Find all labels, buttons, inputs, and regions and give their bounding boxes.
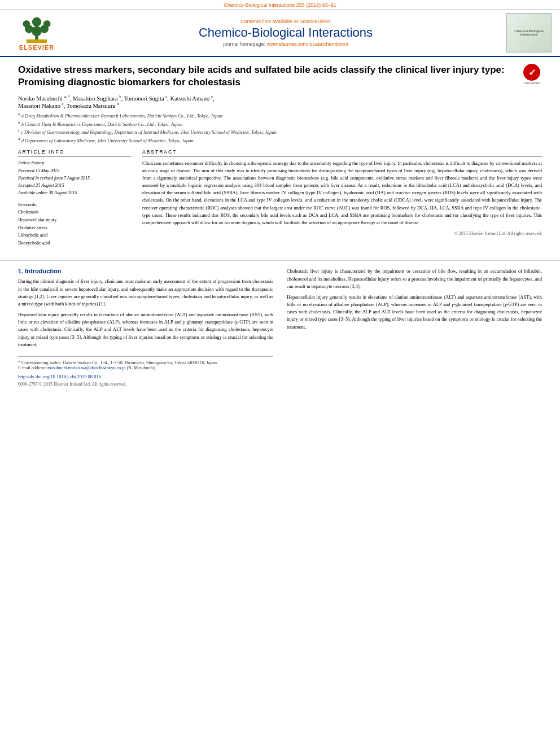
affiliation-d: d d Department of Laboratory Medicine, J… (18, 136, 542, 145)
sciencedirect-link[interactable]: ScienceDirect (300, 19, 331, 24)
crossmark-badge[interactable]: ✓ CrossMark (522, 64, 542, 85)
elsevier-brand-text: ELSEVIER (19, 44, 54, 51)
copyright-text: © 2015 Elsevier Ireland Ltd. All rights … (142, 231, 542, 236)
sciencedirect-label: Contents lists available at ScienceDirec… (68, 19, 504, 24)
journal-top-bar: Chemico-Biological Interactions 255 (201… (0, 0, 560, 10)
body-right-column: Cholestatic liver injury is characterize… (287, 268, 542, 370)
doi-link[interactable]: http://dx.doi.org/10.1016/j.cbi.2015.08.… (18, 374, 101, 379)
intro-para-1: During the clinical diagnosis of liver i… (18, 278, 273, 308)
homepage-link[interactable]: www.elsevier.com/locate/chembioint (267, 41, 348, 47)
svg-point-1 (32, 26, 42, 36)
right-para-1: Cholestatic liver injury is characterize… (287, 268, 542, 290)
authors-line: Noriko Masubuchi a, *, Masahiro Sugihara… (18, 94, 542, 108)
journal-thumbnail: Chemico-BiologicalInteractions (506, 13, 552, 53)
elsevier-tree-icon (20, 15, 54, 43)
keywords-label: Keywords: (18, 202, 131, 207)
abstract-column: ABSTRACT Clinicians sometimes encounter … (142, 149, 542, 247)
intro-para-2: Hepatocellular injury generally results … (18, 311, 273, 348)
elsevier-logo-area: ELSEVIER (6, 15, 68, 51)
body-left-column: 1. Introduction During the clinical diag… (18, 268, 273, 370)
corresponding-author-note: * Corresponding author. Daiichi Sankyo C… (18, 360, 273, 365)
introduction-body: During the clinical diagnosis of liver i… (18, 278, 273, 348)
svg-rect-7 (27, 40, 47, 43)
keyword-1: Cholestasis (18, 208, 131, 216)
article-info-abstract-section: ARTICLE INFO Article history: Received 1… (18, 149, 542, 247)
svg-point-4 (23, 20, 30, 28)
journal-header: ELSEVIER Contents lists available at Sci… (0, 10, 560, 57)
abstract-text: Clinicians sometimes encounter difficult… (142, 160, 542, 227)
keywords-section: Keywords: Cholestasis Hepatocellular inj… (18, 202, 131, 247)
keyword-3: Oxidative stress (18, 224, 131, 232)
issn-area: 0009-2797/© 2015 Elsevier Ireland Ltd. A… (0, 381, 560, 390)
accepted-date: Accepted 25 August 2015 (18, 182, 131, 190)
svg-point-5 (43, 20, 51, 28)
footnote-area: * Corresponding author. Daiichi Sankyo C… (18, 356, 273, 370)
affiliation-b: b b Clinical Data & Biostatistics Depart… (18, 120, 542, 128)
abstract-header: ABSTRACT (142, 149, 542, 156)
keyword-4: Lithocholic acid (18, 231, 131, 239)
crossmark-label: CrossMark (523, 81, 540, 85)
journal-thumbnail-area: Chemico-BiologicalInteractions (504, 13, 554, 53)
keyword-5: Deoxycholic acid (18, 239, 131, 247)
article-title: Oxidative stress markers, secondary bile… (18, 64, 516, 89)
affiliations: a a Drug Metabolism & Pharmacokinetics R… (18, 111, 542, 144)
affiliation-c: c c Division of Gastroenterology and Hep… (18, 128, 542, 136)
article-main: Oxidative stress markers, secondary bile… (0, 57, 560, 254)
history-label: Article history: (18, 160, 131, 167)
crossmark-icon: ✓ (523, 64, 540, 81)
keywords-list: Cholestasis Hepatocellular injury Oxidat… (18, 208, 131, 247)
journal-header-center: Contents lists available at ScienceDirec… (68, 19, 504, 47)
article-info-header: ARTICLE INFO (18, 149, 131, 156)
journal-title: Chemico-Biological Interactions (68, 25, 504, 40)
doi-area: http://dx.doi.org/10.1016/j.cbi.2015.08.… (0, 370, 560, 381)
journal-homepage: journal homepage: www.elsevier.com/locat… (68, 41, 504, 47)
svg-point-6 (32, 18, 41, 27)
email-link[interactable]: masubuchi.noriko.wa@daiichisankyo.co.jp (47, 365, 125, 370)
article-title-area: Oxidative stress markers, secondary bile… (18, 64, 542, 89)
revised-date: Received in revised form 7 August 2015 (18, 175, 131, 182)
email-note: E-mail address: masubuchi.noriko.wa@daii… (18, 365, 273, 370)
received-date: Received 15 May 2015 (18, 168, 131, 175)
right-para-2: Hepatocellular injury generally results … (287, 294, 542, 331)
affiliation-a: a a Drug Metabolism & Pharmacokinetics R… (18, 111, 542, 120)
available-date: Available online 30 August 2015 (18, 190, 131, 197)
article-history: Article history: Received 15 May 2015 Re… (18, 160, 131, 197)
introduction-title: 1. Introduction (18, 268, 273, 274)
body-right-text: Cholestatic liver injury is characterize… (287, 268, 542, 330)
keyword-2: Hepatocellular injury (18, 216, 131, 224)
article-info-column: ARTICLE INFO Article history: Received 1… (18, 149, 131, 247)
section-divider (0, 260, 560, 261)
body-section: 1. Introduction During the clinical diag… (0, 268, 560, 370)
